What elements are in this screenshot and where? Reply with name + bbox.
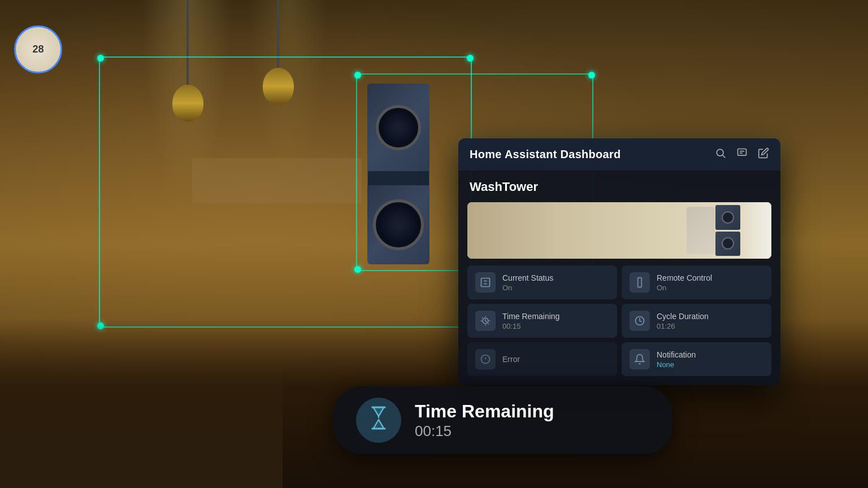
remote-control-value: On: [657, 284, 712, 292]
remote-control-icon: [630, 272, 650, 293]
dryer-unit: [367, 84, 429, 171]
current-status-card: Current Status On: [467, 265, 617, 299]
washer-unit: [367, 185, 429, 264]
control-panel: [367, 171, 429, 185]
dashboard-panel: Home Assistant Dashboard WashTower: [458, 138, 780, 385]
notification-text: Notification None: [657, 350, 696, 369]
cycle-duration-value: 01:26: [657, 322, 709, 330]
device-image: [467, 202, 771, 259]
edit-icon[interactable]: [758, 147, 769, 162]
remote-control-card: Remote Control On: [622, 265, 771, 299]
svg-point-0: [717, 149, 723, 156]
header-icons-group: [715, 147, 769, 162]
error-text: Error: [502, 355, 520, 364]
current-status-text: Current Status On: [502, 273, 553, 292]
washtower-appliance: [367, 84, 432, 264]
time-overlay: Time Remaining 00:15: [333, 386, 672, 454]
mini-dryer-drum: [722, 211, 734, 224]
pendant-cord-right: [277, 0, 279, 71]
svg-rect-2: [738, 149, 747, 156]
mini-washer: [715, 232, 740, 256]
cycle-duration-icon: [630, 311, 650, 331]
notification-icon: [630, 349, 650, 369]
current-status-icon: [475, 272, 496, 293]
time-remaining-icon: [475, 311, 496, 331]
mini-washer-drum: [722, 237, 734, 250]
time-text-group: Time Remaining 00:15: [415, 400, 554, 439]
svg-rect-5: [481, 278, 490, 287]
status-grid: Current Status On Remote Control On: [467, 265, 771, 376]
pendant-cord-left: [186, 0, 189, 88]
time-overlay-value: 00:15: [415, 422, 554, 440]
time-remaining-value: 00:15: [502, 322, 559, 330]
dashboard-header: Home Assistant Dashboard: [458, 138, 780, 171]
shelf-unit: [687, 207, 715, 254]
time-remaining-text: Time Remaining 00:15: [502, 312, 559, 330]
mini-washtower: [715, 205, 740, 256]
dashboard-title: Home Assistant Dashboard: [470, 148, 621, 161]
search-icon[interactable]: [715, 147, 726, 162]
time-remaining-card: Time Remaining 00:15: [467, 304, 617, 338]
remote-control-label: Remote Control: [657, 273, 712, 282]
svg-line-1: [723, 155, 726, 158]
notification-label: Notification: [657, 350, 696, 359]
dashboard-content: WashTower: [458, 171, 780, 385]
error-card: Error: [467, 342, 617, 376]
kitchen-counter: [192, 158, 362, 203]
thermostat-temp: 28: [32, 43, 44, 55]
thermostat-widget[interactable]: 28: [14, 25, 62, 73]
pendant-lamp-right: [263, 68, 294, 104]
current-status-label: Current Status: [502, 273, 553, 282]
cycle-duration-card: Cycle Duration 01:26: [622, 304, 771, 338]
chat-icon[interactable]: [736, 147, 748, 162]
washer-drum: [373, 199, 424, 250]
error-icon: [475, 349, 496, 369]
svg-rect-8: [638, 278, 642, 287]
sofa-area: [0, 347, 283, 488]
notification-value: None: [657, 360, 696, 369]
hourglass-icon: [367, 406, 390, 435]
pendant-lamp-left: [172, 85, 203, 121]
dryer-drum: [376, 105, 421, 150]
cycle-duration-text: Cycle Duration 01:26: [657, 312, 709, 330]
mini-dryer: [715, 205, 740, 230]
time-remaining-label: Time Remaining: [502, 312, 559, 321]
device-title: WashTower: [467, 180, 771, 194]
time-overlay-label: Time Remaining: [415, 400, 554, 422]
notification-card: Notification None: [622, 342, 771, 376]
time-icon-circle: [356, 398, 401, 443]
cycle-duration-label: Cycle Duration: [657, 312, 709, 321]
current-status-value: On: [502, 284, 553, 292]
img-fade: [743, 202, 771, 259]
error-label: Error: [502, 355, 520, 364]
remote-control-text: Remote Control On: [657, 273, 712, 292]
